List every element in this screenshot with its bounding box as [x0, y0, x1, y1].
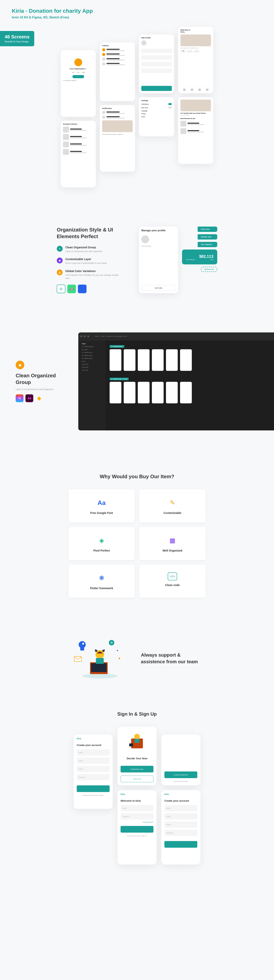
signin-heading: Sign In & Sign Up	[16, 711, 258, 717]
organization-section: Organization Style & UI Elements Perfect…	[0, 211, 274, 317]
ionic-icon	[57, 285, 65, 293]
customize-icon: ◉	[57, 258, 63, 263]
grid-icon: ▦	[167, 535, 178, 546]
font-icon: Aa	[96, 497, 107, 508]
android-icon: 🤖	[67, 285, 76, 293]
sketch-icon: ◆	[35, 395, 43, 402]
clean-heading: Clean Organized Group	[16, 372, 67, 386]
svg-rect-9	[96, 658, 104, 664]
layers-icon: ≡	[57, 246, 63, 252]
editor-layers-panel: Pages 01. Getting Started 02. Sign In 03…	[78, 340, 106, 430]
mockup-editprofile: Edit Profile	[139, 35, 174, 93]
mockup-welcome: Kiria Welcome to kiria Email Password Fo…	[117, 790, 157, 865]
mockup-verify: Continue Email Now Resend email verify	[161, 734, 200, 785]
stack-btn-2: Donate now	[198, 234, 217, 240]
why-card-pixel: ◈ Pixel Perfect	[68, 527, 135, 560]
org-feature-2: ◉ Customizable LayerEvery Layer are Cust…	[57, 258, 123, 265]
mockup-label: Core Organization ✓	[63, 68, 93, 70]
mockup-notification: Notification Kiria Identity perception b…	[100, 105, 135, 172]
globe-icon: ◍	[57, 269, 63, 275]
pen-icon: ✎	[167, 497, 178, 508]
stack-btn-3: Your balance	[198, 242, 217, 247]
mockup-create-2: Kiria Create your account Name Email Pho…	[161, 790, 200, 865]
mockup-follows: Follows	[100, 42, 135, 101]
hero-mockups: Core Organization ✓ 1241.2K1.2M Fundrais…	[0, 46, 274, 211]
diamond-icon: ◈	[96, 535, 107, 546]
svg-point-3	[109, 640, 114, 646]
code-icon: </>	[168, 573, 177, 581]
mockup-settings: Settings Notifications Dark mode Languag…	[139, 97, 174, 137]
stack-btn-1: Card view	[198, 227, 217, 232]
platform-icons: 🤖	[57, 285, 123, 293]
xd-icon: Xd	[25, 395, 33, 402]
mockup-create-1: Kiria Create your account Name Email Pho…	[74, 734, 113, 809]
balance-card: Total balance $82,113USD	[182, 250, 217, 264]
mockup-feed: Let's quickly make you survive forever..…	[178, 97, 213, 164]
org-feature-3: ◍ Global Color VariationsUse Popular Col…	[57, 269, 123, 280]
apple-icon	[78, 285, 87, 293]
editor-preview: Drafts / Kiria - Donation for charity Ap…	[78, 332, 274, 430]
mockup-welcome: Welcome toKiria, Let's help from now wha…	[178, 27, 213, 93]
org-feature-1: ≡ Clean Organized GroupLayer & component…	[57, 246, 123, 253]
why-card-font: Aa Free Google Font	[68, 489, 135, 522]
badge-text: Beautiful & Clean Design	[5, 40, 29, 43]
page-subtitle: Ionic UI Kit & Figma, XD, Sketch (Free)	[12, 16, 262, 19]
org-heading: Organization Style & UI Elements Perfect	[57, 227, 123, 240]
mockup-history: Donation History	[61, 121, 96, 188]
why-card-code: </> Clean code	[139, 565, 206, 598]
support-section: Always support & assistence from our tea…	[0, 617, 274, 700]
svg-rect-14	[135, 739, 139, 743]
svg-rect-2	[80, 647, 84, 651]
svg-rect-7	[91, 663, 107, 672]
mockup-profile: Core Organization ✓ 1241.2K1.2M Fundrais…	[61, 50, 96, 117]
withdraw-btn: withdraw this	[201, 267, 217, 272]
why-card-flutter: ❋ Flutter framework	[68, 565, 135, 598]
svg-rect-15	[129, 743, 133, 746]
support-illustration	[70, 637, 125, 680]
why-card-customizable: ✎ Customizable	[139, 489, 206, 522]
svg-rect-4	[74, 656, 81, 662]
clean-desc: Layer & Component are well Organized	[16, 388, 67, 390]
folder-icon: ▣	[16, 361, 24, 369]
why-buy-section: Why Would you Buy Our Item? Aa Free Goog…	[0, 454, 274, 617]
why-heading: Why Would you Buy Our Item?	[27, 474, 247, 480]
mockup-button	[73, 75, 84, 78]
svg-point-11	[117, 650, 118, 651]
clean-section: ▣ Clean Organized Group Layer & Componen…	[0, 317, 274, 454]
mockup-manage-profile: Manage your profile Jonny Sealing Edit P…	[139, 227, 178, 293]
mockup-decide: Decide Your Now Organization Type Donor …	[117, 727, 157, 785]
tool-icons: Fg Xd ◆	[16, 395, 67, 402]
svg-point-10	[119, 657, 120, 659]
editor-canvas: 01. Getting Started 02. Walkthrough 1 - …	[106, 340, 274, 430]
avatar-icon	[74, 59, 82, 66]
support-heading: Always support & assistence from our tea…	[141, 652, 204, 665]
svg-point-5	[82, 674, 117, 678]
svg-point-1	[82, 643, 84, 644]
page-title: Kiria - Donation for charity App	[12, 8, 262, 14]
svg-point-13	[134, 734, 140, 739]
signin-section: Sign In & Sign Up Kiria Create your acco…	[0, 700, 274, 894]
badge-count: 46 Screens	[5, 34, 30, 40]
flutter-icon: ❋	[96, 573, 107, 584]
why-card-organized: ▦ Well Organized	[139, 527, 206, 560]
screens-badge: 46 Screens Beautiful & Clean Design	[0, 31, 34, 46]
figma-icon: Fg	[16, 395, 24, 402]
header-section: Kiria - Donation for charity App Ionic U…	[0, 0, 274, 23]
